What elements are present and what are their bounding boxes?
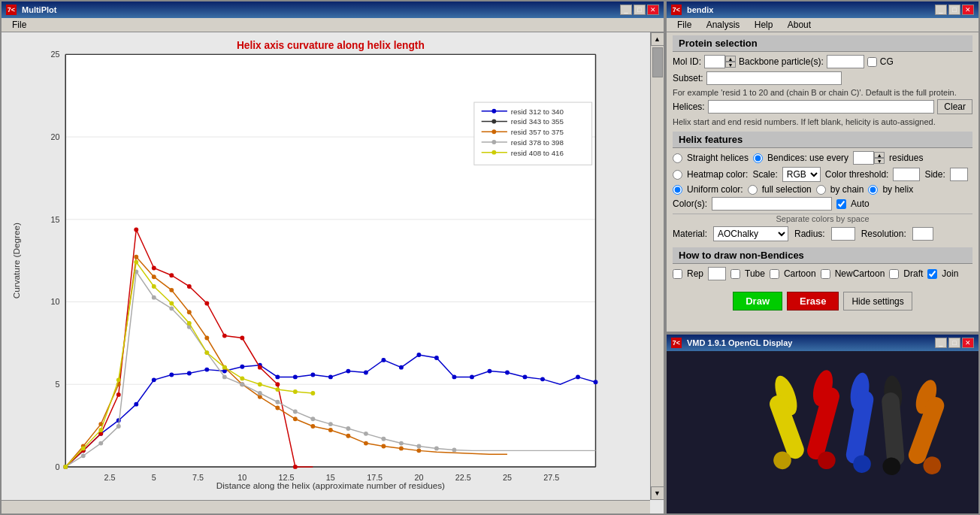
color-threshold-input[interactable]: 20.0 [893,168,920,181]
svg-point-100 [116,424,121,429]
helix-type-row: Straight helices Bendices: use every 4 ▲… [673,151,972,165]
svg-point-93 [364,441,368,446]
color-threshold-label: Color threshold: [825,169,889,180]
erase-button[interactable]: Erase [787,292,839,311]
menu-help[interactable]: Help [749,18,779,32]
non-bendices-row: Rep 0 Tube Cartoon NewCartoon Draft Join [673,264,972,283]
minimize-button[interactable]: _ [620,5,632,15]
mol-id-input[interactable]: 0 [704,55,725,68]
bendix-content: Protein selection Mol ID: 0 ▲ ▼ Backbone… [667,32,978,332]
auto-label: Auto [851,198,870,209]
mol-id-down[interactable]: ▼ [725,62,736,68]
heatmap-radio[interactable] [673,170,682,180]
vertical-scrollbar[interactable]: ▲ ▼ [650,32,664,500]
radius-input[interactable]: 2.2 [831,227,855,241]
draft-checkbox[interactable] [889,269,899,279]
tube-label: Tube [745,268,765,279]
menu-file-bendix[interactable]: File [671,18,697,32]
svg-point-45 [293,374,298,379]
bendices-radio[interactable] [753,153,763,163]
svg-text:Distance along the helix (appr: Distance along the helix (approximate nu… [216,480,445,490]
svg-point-120 [63,465,68,469]
backbone-input[interactable]: CA [827,55,864,68]
vmd-minimize-button[interactable]: _ [935,338,947,348]
svg-point-110 [293,410,298,414]
new-cartoon-checkbox[interactable] [821,269,830,279]
svg-point-129 [222,365,227,370]
material-dropdown[interactable]: AOChalky [713,226,788,241]
helices-input[interactable]: 312 340 343 355 357 375 378 398 408 416 [708,100,935,114]
svg-point-99 [98,441,103,446]
full-selection-radio[interactable] [748,185,758,195]
vmd-close-button[interactable]: ✕ [962,338,974,348]
close-button[interactable]: ✕ [647,5,659,15]
subset-input[interactable]: resid >305 [706,71,842,85]
auto-checkbox[interactable] [836,199,846,209]
svg-point-80 [134,255,138,259]
scroll-thumb-vertical[interactable] [652,47,663,77]
scale-dropdown[interactable]: RGB [782,167,821,182]
svg-point-81 [152,274,156,279]
draw-button[interactable]: Draw [733,292,782,311]
menu-about[interactable]: About [782,18,817,32]
svg-point-112 [328,422,333,426]
svg-point-74 [275,382,280,386]
new-cartoon-label: NewCartoon [835,268,885,279]
rep-checkbox[interactable] [673,269,682,279]
svg-point-57 [505,371,510,375]
by-chain-radio[interactable] [816,185,826,195]
menu-file[interactable]: File [6,18,32,32]
residues-label: residues [889,153,923,163]
svg-point-50 [381,358,386,362]
helices-label: Helices: [673,101,705,112]
svg-point-130 [240,376,244,380]
mol-id-spinner[interactable]: 0 ▲ ▼ [704,55,736,68]
horizontal-scrollbar[interactable] [2,500,650,513]
svg-point-53 [434,356,439,360]
svg-text:0: 0 [55,462,59,471]
svg-point-127 [187,321,192,326]
draft-label: Draft [903,268,923,279]
side-input[interactable]: 3 [950,168,968,181]
cg-checkbox[interactable] [867,57,877,67]
svg-point-116 [399,441,404,446]
join-checkbox[interactable] [927,269,937,279]
bendices-spinner[interactable]: 4 ▲ ▼ [853,151,885,165]
scroll-down-button[interactable]: ▼ [651,486,664,500]
svg-point-37 [152,377,156,382]
helix-visualization [667,351,978,513]
tube-checkbox[interactable] [730,269,740,279]
vmd-display[interactable] [667,351,978,513]
svg-point-140 [492,120,496,124]
svg-point-131 [258,382,262,386]
rep-input[interactable]: 0 [708,267,726,280]
vmd-maximize-button[interactable]: □ [948,338,960,348]
helices-row: Helices: 312 340 343 355 357 375 378 398… [673,99,972,114]
bendices-label: Bendices: use every [767,153,848,163]
mol-id-up[interactable]: ▲ [725,56,736,62]
bendix-minimize-button[interactable]: _ [935,5,947,15]
svg-point-122 [98,428,103,432]
maximize-button[interactable]: □ [634,5,646,15]
bendices-up[interactable]: ▲ [874,152,885,158]
svg-point-67 [152,266,156,271]
cartoon-checkbox[interactable] [770,269,779,279]
by-helix-radio[interactable] [868,185,878,195]
bendix-close-button[interactable]: ✕ [962,5,974,15]
bendix-maximize-button[interactable]: □ [948,5,960,15]
cg-label: CG [880,56,894,67]
uniform-radio[interactable] [673,185,682,195]
resolution-input[interactable]: 10 [912,227,933,241]
menu-analysis[interactable]: Analysis [700,18,746,32]
bendices-input[interactable]: 4 [853,151,874,165]
bendices-down[interactable]: ▼ [874,158,885,164]
svg-point-73 [258,365,262,370]
svg-point-44 [275,374,280,379]
scroll-up-button[interactable]: ▲ [651,32,664,46]
separate-colors-text: Separate colors by space [673,214,972,223]
clear-button[interactable]: Clear [937,99,972,114]
straight-helices-radio[interactable] [673,153,682,163]
colors-input[interactable]: 1 [712,197,832,211]
hide-settings-button[interactable]: Hide settings [843,292,912,311]
svg-text:7.5: 7.5 [192,473,204,482]
